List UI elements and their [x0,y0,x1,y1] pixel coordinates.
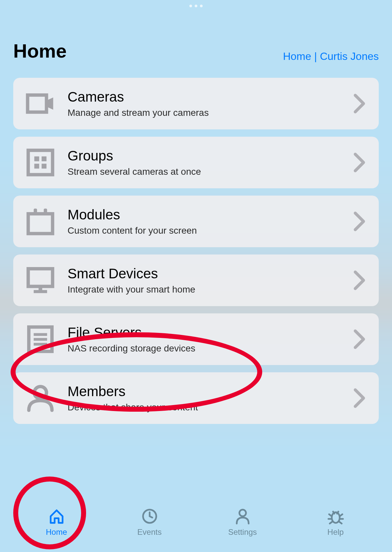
tab-events[interactable]: Events [130,508,170,537]
svg-rect-8 [44,208,47,215]
menu-item-cameras[interactable]: Cameras Manage and stream your cameras [13,78,379,129]
menu-subtitle: Devices that share your content [68,402,342,413]
svg-point-18 [239,510,246,516]
tab-help[interactable]: Help [316,508,356,537]
clock-icon [141,508,158,525]
svg-rect-9 [28,269,53,286]
svg-rect-6 [28,214,53,234]
menu-title: Members [68,384,342,399]
chevron-right-icon [354,153,367,172]
menu-title: Cameras [68,89,342,105]
monitor-icon [25,265,56,296]
menu-subtitle: Manage and stream your cameras [68,108,342,118]
menu-title: Modules [68,207,342,223]
person-icon [25,383,56,413]
menu-title: Smart Devices [68,266,342,282]
menu-item-smart-devices[interactable]: Smart Devices Integrate with your smart … [13,254,379,306]
breadcrumb[interactable]: Home | Curtis Jones [283,50,379,63]
svg-rect-13 [34,333,47,336]
menu-subtitle: NAS recording storage devices [68,343,342,354]
svg-rect-3 [42,157,47,161]
menu-item-members[interactable]: Members Devices that share your content [13,372,379,424]
menu-subtitle: Integrate with your smart home [68,284,342,295]
menu-item-file-servers[interactable]: File Servers NAS recording storage devic… [13,313,379,365]
chevron-right-icon [354,211,367,231]
svg-rect-10 [38,286,42,291]
camera-icon [25,88,56,119]
svg-rect-15 [34,343,47,345]
chevron-right-icon [354,270,367,290]
svg-rect-2 [34,157,39,161]
menu-title: Groups [68,148,342,164]
groups-icon [25,147,56,178]
menu-subtitle: Custom content for your screen [68,225,342,236]
svg-rect-11 [34,290,47,293]
menu-item-groups[interactable]: Groups Stream several cameras at once [13,137,379,188]
menu-list: Cameras Manage and stream your cameras [13,78,379,424]
tab-home[interactable]: Home [37,508,76,537]
bug-icon [327,508,344,525]
menu-title: File Servers [68,325,342,341]
chevron-right-icon [354,388,367,408]
chevron-right-icon [354,94,367,114]
tab-label: Settings [228,528,257,537]
tab-label: Home [46,528,67,537]
svg-rect-14 [34,338,47,341]
file-list-icon [25,324,56,354]
svg-point-16 [34,387,47,399]
svg-rect-5 [42,164,47,169]
tab-label: Events [137,528,162,537]
modules-icon [25,206,56,237]
window-handle-dots [189,5,203,7]
menu-subtitle: Stream several cameras at once [68,166,342,177]
tab-settings[interactable]: Settings [223,508,263,537]
chevron-right-icon [354,329,367,349]
menu-item-modules[interactable]: Modules Custom content for your screen [13,196,379,247]
svg-rect-0 [27,95,46,112]
svg-rect-7 [34,208,37,215]
svg-rect-4 [34,164,39,169]
tab-label: Help [327,528,344,537]
person-icon [234,508,251,525]
svg-rect-1 [28,150,53,175]
tab-bar: Home Events Settings [0,502,392,552]
home-icon [48,508,65,525]
